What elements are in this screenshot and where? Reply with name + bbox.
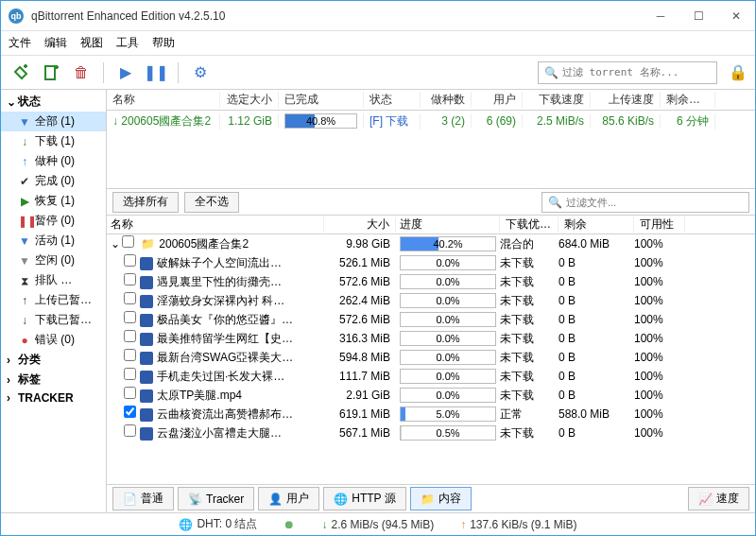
sidebar-section-category[interactable]: ›分类 — [1, 350, 106, 370]
col-progress[interactable]: 已完成 — [279, 92, 364, 108]
sidebar-section-tags[interactable]: ›标签 — [1, 370, 106, 389]
file-row[interactable]: 淫蕩蚊身女深裸內衬 科… 262.4 MiB 0.0% 未下载 0 B 100% — [107, 291, 755, 310]
pause-button[interactable]: ❚❚ — [144, 61, 168, 85]
sidebar-item-label: 暂停 (0) — [35, 213, 75, 229]
col-ulspeed[interactable]: 上传速度 — [591, 92, 661, 108]
app-icon — [9, 9, 24, 24]
sidebar-item[interactable]: ▼空闲 (0) — [1, 251, 106, 270]
menu-help[interactable]: 帮助 — [152, 35, 175, 51]
col-name[interactable]: 名称 — [107, 92, 220, 108]
menu-tools[interactable]: 工具 — [116, 35, 139, 51]
file-remaining: 684.0 MiB — [558, 237, 634, 251]
sidebar-section-tracker[interactable]: ›TRACKER — [1, 389, 106, 406]
col-seeds[interactable]: 做种数 — [421, 92, 472, 108]
select-none-button[interactable]: 全不选 — [184, 192, 239, 213]
sidebar-item[interactable]: ↓下载 (1) — [1, 131, 106, 151]
file-priority: 未下载 — [500, 312, 558, 328]
file-row[interactable]: 云盘淺泣小富禮走大腿… 567.1 MiB 0.5% 未下载 0 B 100% — [107, 424, 755, 442]
bottom-tab[interactable]: 📡Tracker — [178, 487, 254, 510]
torrent-table-header: 名称 选定大小 已完成 状态 做种数 用户 下载速度 上传速度 剩余时间 — [107, 90, 755, 111]
bottom-tab[interactable]: 📈速度 — [688, 487, 749, 510]
file-checkbox[interactable] — [122, 235, 134, 248]
file-row-root[interactable]: ⌄ 📁200605國產合集2 9.98 GiB 40.2% 混合的 684.0 … — [107, 234, 755, 253]
minimize-button[interactable]: ─ — [649, 5, 672, 27]
sidebar-section-status[interactable]: ⌄状态 — [1, 92, 106, 112]
maximize-button[interactable]: ☐ — [687, 5, 710, 27]
menu-view[interactable]: 视图 — [80, 35, 103, 51]
resume-button[interactable]: ▶ — [113, 61, 138, 85]
sidebar-item[interactable]: ▶恢复 (1) — [1, 191, 106, 211]
file-checkbox[interactable] — [124, 424, 136, 437]
file-size: 9.98 GiB — [324, 237, 396, 251]
file-checkbox[interactable] — [124, 330, 136, 342]
file-table: 名称 大小 进度 下载优先纟 剩余 可用性 ⌄ 📁200605國產合集2 9.9… — [107, 216, 755, 484]
fcol-progress[interactable]: 进度 — [396, 216, 500, 233]
sidebar-item[interactable]: ↑做种 (0) — [1, 151, 106, 171]
status-ul[interactable]: ↑137.6 KiB/s (9.1 MiB) — [460, 518, 576, 531]
select-all-button[interactable]: 选择所有 — [112, 192, 179, 213]
settings-button[interactable]: ⚙ — [188, 61, 213, 85]
fcol-avail[interactable]: 可用性 — [634, 216, 685, 233]
torrent-row[interactable]: ↓ 200605國產合集2 1.12 GiB 40.8% [F] 下载 3 (2… — [107, 111, 755, 131]
sidebar-item[interactable]: ↑上传已暂… — [1, 290, 106, 310]
search-torrent-box[interactable]: 🔍 — [538, 61, 717, 84]
bottom-tab[interactable]: 📁内容 — [410, 487, 472, 510]
menu-file[interactable]: 文件 — [9, 35, 31, 51]
fcol-name[interactable]: 名称 — [107, 216, 324, 233]
file-checkbox[interactable] — [124, 273, 136, 285]
search-icon: 🔍 — [544, 66, 558, 79]
status-dht[interactable]: 🌐DHT: 0 结点 — [179, 516, 257, 532]
bottom-tab[interactable]: 🌐HTTP 源 — [323, 487, 405, 510]
sidebar-item[interactable]: ●错误 (0) — [1, 330, 106, 350]
file-row[interactable]: 太原TP美腿.mp4 2.91 GiB 0.0% 未下载 0 B 100% — [107, 386, 755, 405]
file-remaining: 0 B — [558, 426, 634, 440]
add-link-button[interactable] — [9, 61, 33, 85]
fcol-priority[interactable]: 下载优先纟 — [500, 216, 558, 233]
sidebar-item-label: 恢复 (1) — [35, 193, 75, 209]
file-checkbox[interactable] — [124, 311, 136, 323]
search-torrent-input[interactable] — [562, 66, 711, 78]
sidebar-item[interactable]: ▼全部 (1) — [1, 112, 106, 131]
col-peers[interactable]: 用户 — [472, 92, 523, 108]
file-remaining: 0 B — [558, 332, 634, 345]
col-size[interactable]: 选定大小 — [220, 92, 279, 108]
file-row[interactable]: 最美推特留学生网红【史… 316.3 MiB 0.0% 未下载 0 B 100% — [107, 329, 755, 348]
fcol-size[interactable]: 大小 — [324, 216, 396, 233]
file-checkbox[interactable] — [124, 254, 136, 267]
delete-button[interactable]: 🗑 — [69, 61, 94, 85]
file-checkbox[interactable] — [124, 368, 136, 380]
file-row[interactable]: 手机走失过国·长发大裸… 111.7 MiB 0.0% 未下载 0 B 100% — [107, 367, 755, 386]
bottom-tab[interactable]: 👤用户 — [258, 487, 319, 510]
file-checkbox[interactable] — [124, 349, 136, 361]
file-toolbar: 选择所有 全不选 🔍 — [107, 189, 755, 216]
sidebar-item[interactable]: ✔完成 (0) — [1, 171, 106, 191]
sidebar-item[interactable]: ▼活动 (1) — [1, 231, 106, 251]
sidebar-item[interactable]: ⧗排队 … — [1, 270, 106, 290]
fcol-remaining[interactable]: 剩余 — [558, 216, 634, 233]
menu-edit[interactable]: 编辑 — [44, 35, 67, 51]
sidebar-item[interactable]: ❚❚暂停 (0) — [1, 211, 106, 231]
status-dl[interactable]: ↓2.6 MiB/s (94.5 MiB) — [321, 518, 434, 531]
file-progress: 0.0% — [396, 312, 500, 327]
file-checkbox[interactable] — [124, 387, 136, 399]
close-button[interactable]: ✕ — [725, 5, 747, 27]
file-row[interactable]: 云曲核资流出高赞禮郝布… 619.1 MiB 5.0% 正常 588.0 MiB… — [107, 405, 755, 424]
file-row[interactable]: 破解妹子个人空间流出… 526.1 MiB 0.0% 未下载 0 B 100% — [107, 253, 755, 272]
file-search-box[interactable]: 🔍 — [541, 192, 749, 213]
file-row[interactable]: 最新台湾SWAG亞裸美大… 594.8 MiB 0.0% 未下载 0 B 100… — [107, 348, 755, 367]
col-eta[interactable]: 剩余时间 — [661, 92, 715, 108]
file-checkbox[interactable] — [124, 406, 136, 418]
file-checkbox[interactable] — [124, 292, 136, 304]
col-dlspeed[interactable]: 下载速度 — [523, 92, 591, 108]
sidebar-item[interactable]: ↓下载已暂… — [1, 310, 106, 330]
file-row[interactable]: 遇見裏里下性的街攤壳… 572.6 MiB 0.0% 未下载 0 B 100% — [107, 272, 755, 291]
lock-icon[interactable]: 🔒 — [729, 63, 747, 81]
file-row[interactable]: 极品美女『你的悠亞醬』… 572.6 MiB 0.0% 未下载 0 B 100% — [107, 310, 755, 329]
add-file-button[interactable] — [39, 61, 63, 85]
col-status[interactable]: 状态 — [364, 92, 421, 108]
file-search-input[interactable] — [566, 197, 743, 208]
video-file-icon — [140, 333, 153, 346]
sidebar-item-label: 下载 (1) — [35, 133, 75, 149]
sidebar-item-label: 完成 (0) — [35, 173, 75, 189]
bottom-tab[interactable]: 📄普通 — [112, 487, 174, 510]
